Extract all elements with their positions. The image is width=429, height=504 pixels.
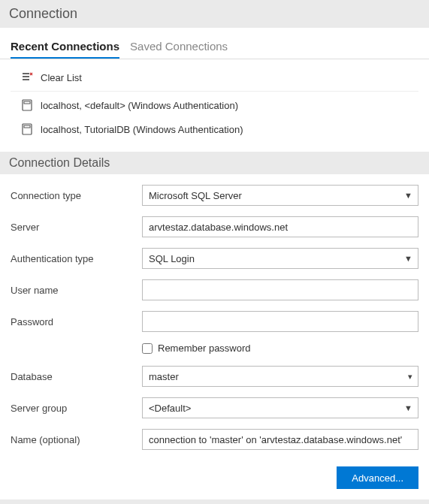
tab-recent-connections[interactable]: Recent Connections: [11, 40, 119, 59]
server-input[interactable]: [142, 216, 418, 237]
clear-list-icon: [21, 71, 33, 83]
name-label: Name (optional): [11, 434, 142, 445]
remember-password-label: Remember password: [158, 343, 251, 354]
username-label: User name: [11, 285, 142, 296]
recent-connection-item[interactable]: localhost, TutorialDB (Windows Authentic…: [11, 117, 418, 141]
recent-connection-label: localhost, <default> (Windows Authentica…: [41, 100, 238, 111]
server-group-select[interactable]: <Default>: [142, 397, 418, 418]
svg-rect-3: [24, 125, 30, 128]
auth-type-label: Authentication type: [11, 253, 142, 264]
remember-password-checkbox[interactable]: [142, 343, 153, 354]
password-label: Password: [11, 316, 142, 327]
dialog-title: Connection: [0, 0, 429, 28]
connection-tabs: Recent Connections Saved Connections: [0, 28, 429, 59]
auth-type-select[interactable]: SQL Login: [142, 248, 418, 269]
recent-connections-panel: Clear List localhost, <default> (Windows…: [0, 59, 429, 152]
server-icon: [21, 99, 33, 111]
connection-type-label: Connection type: [11, 190, 142, 201]
server-label: Server: [11, 222, 142, 233]
svg-rect-1: [24, 101, 30, 104]
clear-list-row[interactable]: Clear List: [11, 65, 418, 92]
database-select[interactable]: master: [142, 366, 418, 387]
password-input[interactable]: [142, 311, 418, 332]
dialog-footer: Connect Cancel: [0, 499, 429, 504]
server-icon: [21, 123, 33, 135]
connection-details-header: Connection Details: [0, 152, 429, 174]
name-input[interactable]: [142, 429, 418, 450]
connection-type-select[interactable]: Microsoft SQL Server: [142, 185, 418, 206]
database-label: Database: [11, 371, 142, 382]
username-input[interactable]: [142, 279, 418, 300]
recent-connection-item[interactable]: localhost, <default> (Windows Authentica…: [11, 93, 418, 117]
tab-saved-connections[interactable]: Saved Connections: [130, 40, 228, 59]
recent-connection-label: localhost, TutorialDB (Windows Authentic…: [41, 124, 243, 135]
connection-details-form: Connection type Microsoft SQL Server ▼ S…: [0, 174, 429, 466]
server-group-label: Server group: [11, 403, 142, 414]
advanced-button[interactable]: Advanced...: [337, 466, 418, 489]
clear-list-label: Clear List: [41, 72, 82, 83]
